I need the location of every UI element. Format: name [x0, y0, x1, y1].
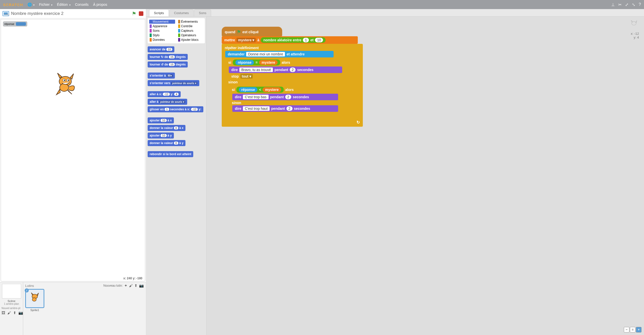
- reporter-mystere-2[interactable]: mystere: [263, 87, 281, 92]
- stage[interactable]: réponse x: 240: [1, 19, 145, 282]
- block-ajouter-y[interactable]: ajouter 10 à y: [148, 132, 174, 139]
- menu-file[interactable]: Fichier ▾: [39, 3, 52, 7]
- svg-point-5: [68, 80, 69, 81]
- svg-point-4: [64, 80, 65, 81]
- zoom-out-button[interactable]: −: [624, 327, 629, 332]
- cat-controle[interactable]: Contrôle: [178, 24, 204, 28]
- block-aller-a[interactable]: aller à pointeur de souris ▾: [148, 99, 187, 105]
- block-glisser[interactable]: glisser en 1 secondes à x: -12 y:: [148, 106, 203, 112]
- menu-about[interactable]: À propos: [93, 3, 107, 7]
- block-when-flag[interactable]: quand ⚑ est cliqué: [222, 27, 282, 36]
- var-value: [16, 22, 26, 26]
- block-forever[interactable]: répéter indéfiniment demander Donne moi …: [222, 44, 363, 127]
- top-nav: SCRATCH 🌐 ▾ Fichier ▾ Édition ▾ Conseils…: [0, 0, 644, 9]
- green-flag-button[interactable]: ⚑: [132, 11, 136, 17]
- block-if-else-1[interactable]: si réponse = mystere alors: [225, 57, 356, 119]
- block-palette: Mouvement Événements Apparence Contrôle …: [146, 17, 207, 335]
- sprite-upload-icon[interactable]: ⬆: [134, 283, 138, 288]
- new-backdrop-label: Nouvel arrière-pl:: [2, 307, 21, 310]
- expand-icon[interactable]: ⤢: [625, 2, 628, 7]
- cat-sons[interactable]: Sons: [149, 29, 175, 33]
- sprite-lib-icon[interactable]: ✦: [124, 283, 127, 288]
- globe-icon[interactable]: 🌐 ▾: [27, 3, 35, 7]
- script-area[interactable]: x: -12y: 4 quand ⚑ est cliqué mettre mys…: [207, 17, 644, 335]
- block-sorienter-vers[interactable]: s'orienter vers pointeur de souris ▾: [148, 80, 199, 86]
- sprite-preview-icon: [629, 19, 639, 30]
- stop-dropdown[interactable]: tout ▾: [240, 74, 253, 79]
- scissors-icon[interactable]: ✂: [618, 2, 622, 7]
- backdrop-camera-icon[interactable]: 📷: [18, 311, 23, 315]
- cat-apparence[interactable]: Apparence: [149, 24, 175, 28]
- backdrop-thumb[interactable]: [2, 284, 21, 298]
- block-set-var[interactable]: mettre mystere ▾ à nombre aléatoire entr…: [222, 36, 358, 44]
- svg-point-1: [60, 84, 69, 91]
- block-random[interactable]: nombre aléatoire entre 1 et 10: [261, 37, 326, 43]
- cat-ajouter[interactable]: Ajouter blocs: [178, 38, 204, 42]
- block-tourner-ccw[interactable]: tourner ↺ de 15 degrés: [148, 61, 188, 68]
- reporter-mystere[interactable]: mystere: [259, 60, 278, 65]
- sprite-thumb-sprite1[interactable]: i: [25, 289, 44, 308]
- block-donner-y[interactable]: donner la valeur 0 à y: [148, 140, 185, 146]
- cat-donnees[interactable]: Données: [149, 38, 175, 42]
- block-sorienter-a[interactable]: s'orienter à 90▾: [148, 73, 175, 79]
- menu-edit[interactable]: Édition ▾: [57, 3, 71, 7]
- block-tourner-cw[interactable]: tourner ↻ de 15 degrés: [148, 54, 188, 60]
- stamp-icon[interactable]: ⊥: [611, 2, 615, 7]
- loop-arrow-icon: ↻: [222, 120, 363, 126]
- block-avancer[interactable]: avancer de 10: [148, 46, 174, 52]
- green-flag-icon: ⚑: [237, 29, 241, 35]
- sprite-paint-icon[interactable]: 🖌: [129, 283, 133, 288]
- cat-mouvement[interactable]: Mouvement: [149, 20, 175, 24]
- sprite-thumb-label: Sprite1: [25, 309, 44, 312]
- backdrop-lib-icon[interactable]: 🖼: [2, 311, 5, 315]
- block-equals[interactable]: réponse = mystere: [233, 59, 280, 65]
- cat-stylo[interactable]: Stylo: [149, 33, 175, 37]
- scratch-cat-sprite[interactable]: [51, 70, 79, 98]
- cat-operateurs[interactable]: Opérateurs: [178, 33, 204, 37]
- reporter-answer[interactable]: réponse: [235, 60, 254, 65]
- category-selector: Mouvement Événements Apparence Contrôle …: [148, 18, 205, 43]
- stop-button[interactable]: [139, 11, 143, 16]
- menu-tips[interactable]: Conseils: [75, 3, 89, 7]
- zoom-in-button[interactable]: +: [636, 327, 641, 332]
- cat-capteurs[interactable]: Capteurs: [178, 29, 204, 33]
- help-icon[interactable]: ?: [639, 2, 641, 7]
- block-donner-x[interactable]: donner la valeur 0 à x: [148, 125, 185, 131]
- sprite-coords: x: -12y: 4: [631, 32, 639, 39]
- scene-label: Scène: [2, 299, 21, 303]
- stage-header: Nombre mystère exercice 2 ⚑: [0, 9, 146, 18]
- block-lessthan[interactable]: réponse < mystere: [236, 87, 284, 93]
- variable-monitor[interactable]: réponse: [3, 21, 27, 26]
- tab-sounds[interactable]: Sons: [194, 9, 211, 16]
- tab-costumes[interactable]: Costumes: [169, 9, 194, 16]
- project-title: Nombre mystère exercice 2: [11, 11, 63, 16]
- sprite-info-icon[interactable]: i: [25, 288, 29, 292]
- block-say-haut[interactable]: dire C'est trop haut pendant 2 secondes: [232, 105, 338, 112]
- block-aller-xy[interactable]: aller à x: -12 y: 4: [148, 91, 181, 97]
- lutins-label: Lutins: [25, 284, 34, 288]
- block-ask[interactable]: demander Donne moi un nombre et attendre: [225, 51, 334, 57]
- script-stack[interactable]: quand ⚑ est cliqué mettre mystere ▾ à no…: [222, 27, 644, 127]
- backdrop-cell[interactable]: Scène 1 arrière-plan Nouvel arrière-pl: …: [0, 282, 23, 335]
- editor-tabs: Scripts Costumes Sons: [146, 9, 644, 17]
- block-if-else-2[interactable]: si réponse < mystere alors: [229, 85, 350, 115]
- block-ajouter-x[interactable]: ajouter 10 à x: [148, 117, 174, 123]
- shrink-icon[interactable]: ⤡: [632, 2, 635, 7]
- zoom-controls: − = +: [624, 327, 641, 332]
- sprite-camera-icon[interactable]: 📷: [139, 283, 144, 288]
- stage-coords: x: 240 y: -180: [123, 277, 142, 280]
- block-stop[interactable]: stop tout ▾: [229, 73, 264, 80]
- cat-evenements[interactable]: Événements: [178, 20, 204, 24]
- var-dropdown[interactable]: mystere ▾: [237, 38, 256, 42]
- backdrop-upload-icon[interactable]: ⬆: [13, 311, 16, 315]
- block-say-bravo[interactable]: dire Bravo, tu as trouvé pendant 2 secon…: [229, 66, 342, 73]
- tab-scripts[interactable]: Scripts: [149, 9, 169, 16]
- block-rebondir[interactable]: rebondir si le bord est atteint: [148, 151, 193, 157]
- block-say-bas[interactable]: dire C'est trop bas pendant 2 secondes: [232, 94, 338, 100]
- zoom-reset-button[interactable]: =: [630, 327, 635, 332]
- reporter-answer-2[interactable]: réponse: [239, 87, 257, 92]
- svg-point-8: [632, 22, 636, 25]
- version-label: v461: [5, 13, 10, 16]
- scratch-logo: SCRATCH: [3, 3, 23, 7]
- backdrop-paint-icon[interactable]: 🖌: [7, 311, 11, 315]
